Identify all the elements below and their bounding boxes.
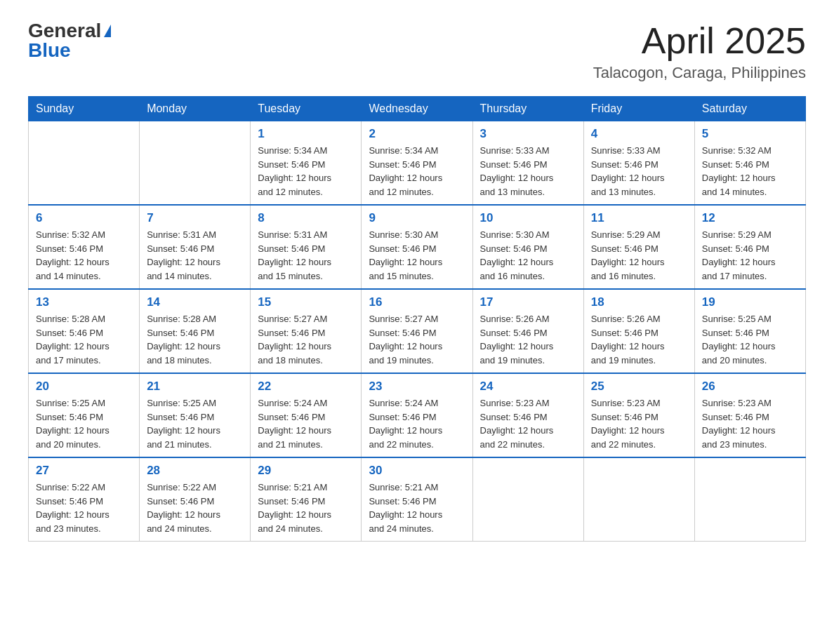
weekday-header-row: SundayMondayTuesdayWednesdayThursdayFrid… [29, 97, 806, 121]
day-number: 7 [147, 211, 243, 225]
day-number: 28 [147, 464, 243, 478]
calendar-cell: 21Sunrise: 5:25 AM Sunset: 5:46 PM Dayli… [140, 373, 251, 457]
calendar-cell: 17Sunrise: 5:26 AM Sunset: 5:46 PM Dayli… [472, 289, 583, 373]
day-number: 14 [147, 295, 243, 309]
calendar-cell: 3Sunrise: 5:33 AM Sunset: 5:46 PM Daylig… [472, 121, 583, 206]
calendar-cell: 9Sunrise: 5:30 AM Sunset: 5:46 PM Daylig… [362, 205, 472, 289]
day-number: 12 [702, 211, 798, 225]
day-info: Sunrise: 5:21 AM Sunset: 5:46 PM Dayligh… [258, 481, 354, 535]
day-number: 18 [591, 295, 687, 309]
calendar-cell: 22Sunrise: 5:24 AM Sunset: 5:46 PM Dayli… [251, 373, 362, 457]
calendar-cell: 18Sunrise: 5:26 AM Sunset: 5:46 PM Dayli… [583, 289, 694, 373]
week-row-5: 27Sunrise: 5:22 AM Sunset: 5:46 PM Dayli… [29, 457, 806, 542]
day-info: Sunrise: 5:33 AM Sunset: 5:46 PM Dayligh… [591, 144, 687, 199]
day-number: 2 [369, 127, 465, 141]
calendar-cell: 24Sunrise: 5:23 AM Sunset: 5:46 PM Dayli… [472, 373, 583, 457]
month-title: April 2025 [593, 21, 806, 61]
day-info: Sunrise: 5:25 AM Sunset: 5:46 PM Dayligh… [147, 396, 243, 451]
day-info: Sunrise: 5:22 AM Sunset: 5:46 PM Dayligh… [36, 481, 132, 535]
day-number: 1 [258, 127, 354, 141]
day-info: Sunrise: 5:23 AM Sunset: 5:46 PM Dayligh… [702, 396, 798, 451]
day-number: 13 [36, 295, 132, 309]
day-info: Sunrise: 5:22 AM Sunset: 5:46 PM Dayligh… [147, 481, 243, 535]
day-number: 26 [702, 380, 798, 394]
day-number: 8 [258, 211, 354, 225]
day-info: Sunrise: 5:23 AM Sunset: 5:46 PM Dayligh… [591, 396, 687, 451]
calendar-cell: 6Sunrise: 5:32 AM Sunset: 5:46 PM Daylig… [29, 205, 140, 289]
day-number: 17 [480, 295, 576, 309]
day-info: Sunrise: 5:23 AM Sunset: 5:46 PM Dayligh… [480, 396, 576, 451]
weekday-header-tuesday: Tuesday [251, 97, 362, 121]
calendar-cell: 11Sunrise: 5:29 AM Sunset: 5:46 PM Dayli… [583, 205, 694, 289]
day-number: 30 [369, 464, 465, 478]
day-info: Sunrise: 5:34 AM Sunset: 5:46 PM Dayligh… [258, 144, 354, 199]
weekday-header-thursday: Thursday [472, 97, 583, 121]
day-info: Sunrise: 5:25 AM Sunset: 5:46 PM Dayligh… [702, 312, 798, 367]
logo-general-text: General [28, 21, 101, 41]
calendar-cell: 12Sunrise: 5:29 AM Sunset: 5:46 PM Dayli… [694, 205, 805, 289]
day-info: Sunrise: 5:30 AM Sunset: 5:46 PM Dayligh… [369, 228, 465, 283]
day-info: Sunrise: 5:31 AM Sunset: 5:46 PM Dayligh… [258, 228, 354, 283]
day-number: 22 [258, 380, 354, 394]
day-number: 23 [369, 380, 465, 394]
day-info: Sunrise: 5:21 AM Sunset: 5:46 PM Dayligh… [369, 481, 465, 535]
title-block: April 2025 Talacogon, Caraga, Philippine… [593, 21, 806, 82]
calendar-cell: 2Sunrise: 5:34 AM Sunset: 5:46 PM Daylig… [362, 121, 472, 206]
day-number: 4 [591, 127, 687, 141]
calendar-cell [140, 121, 251, 206]
calendar-cell: 28Sunrise: 5:22 AM Sunset: 5:46 PM Dayli… [140, 457, 251, 542]
weekday-header-friday: Friday [583, 97, 694, 121]
day-number: 16 [369, 295, 465, 309]
day-info: Sunrise: 5:32 AM Sunset: 5:46 PM Dayligh… [702, 144, 798, 199]
logo-triangle-icon [104, 25, 111, 37]
day-info: Sunrise: 5:32 AM Sunset: 5:46 PM Dayligh… [36, 228, 132, 283]
day-info: Sunrise: 5:24 AM Sunset: 5:46 PM Dayligh… [258, 396, 354, 451]
week-row-1: 1Sunrise: 5:34 AM Sunset: 5:46 PM Daylig… [29, 121, 806, 206]
day-info: Sunrise: 5:29 AM Sunset: 5:46 PM Dayligh… [702, 228, 798, 283]
calendar-cell: 8Sunrise: 5:31 AM Sunset: 5:46 PM Daylig… [251, 205, 362, 289]
calendar-cell: 15Sunrise: 5:27 AM Sunset: 5:46 PM Dayli… [251, 289, 362, 373]
day-number: 27 [36, 464, 132, 478]
day-number: 25 [591, 380, 687, 394]
calendar-cell: 25Sunrise: 5:23 AM Sunset: 5:46 PM Dayli… [583, 373, 694, 457]
weekday-header-saturday: Saturday [694, 97, 805, 121]
weekday-header-wednesday: Wednesday [362, 97, 472, 121]
calendar-cell: 1Sunrise: 5:34 AM Sunset: 5:46 PM Daylig… [251, 121, 362, 206]
calendar-cell [29, 121, 140, 206]
day-info: Sunrise: 5:27 AM Sunset: 5:46 PM Dayligh… [369, 312, 465, 367]
day-info: Sunrise: 5:34 AM Sunset: 5:46 PM Dayligh… [369, 144, 465, 199]
day-number: 5 [702, 127, 798, 141]
day-info: Sunrise: 5:28 AM Sunset: 5:46 PM Dayligh… [147, 312, 243, 367]
calendar-cell: 19Sunrise: 5:25 AM Sunset: 5:46 PM Dayli… [694, 289, 805, 373]
calendar-cell [694, 457, 805, 542]
day-info: Sunrise: 5:25 AM Sunset: 5:46 PM Dayligh… [36, 396, 132, 451]
day-info: Sunrise: 5:30 AM Sunset: 5:46 PM Dayligh… [480, 228, 576, 283]
week-row-4: 20Sunrise: 5:25 AM Sunset: 5:46 PM Dayli… [29, 373, 806, 457]
logo-blue-text: Blue [28, 41, 71, 60]
day-info: Sunrise: 5:26 AM Sunset: 5:46 PM Dayligh… [591, 312, 687, 367]
week-row-3: 13Sunrise: 5:28 AM Sunset: 5:46 PM Dayli… [29, 289, 806, 373]
calendar-cell: 16Sunrise: 5:27 AM Sunset: 5:46 PM Dayli… [362, 289, 472, 373]
calendar-cell: 26Sunrise: 5:23 AM Sunset: 5:46 PM Dayli… [694, 373, 805, 457]
calendar-cell: 30Sunrise: 5:21 AM Sunset: 5:46 PM Dayli… [362, 457, 472, 542]
calendar-cell [472, 457, 583, 542]
day-number: 9 [369, 211, 465, 225]
day-number: 29 [258, 464, 354, 478]
day-number: 6 [36, 211, 132, 225]
page-header: General Blue April 2025 Talacogon, Carag… [28, 21, 806, 82]
calendar-cell: 10Sunrise: 5:30 AM Sunset: 5:46 PM Dayli… [472, 205, 583, 289]
day-number: 21 [147, 380, 243, 394]
weekday-header-sunday: Sunday [29, 97, 140, 121]
calendar-cell: 27Sunrise: 5:22 AM Sunset: 5:46 PM Dayli… [29, 457, 140, 542]
day-number: 11 [591, 211, 687, 225]
day-info: Sunrise: 5:24 AM Sunset: 5:46 PM Dayligh… [369, 396, 465, 451]
calendar-cell: 14Sunrise: 5:28 AM Sunset: 5:46 PM Dayli… [140, 289, 251, 373]
calendar-cell: 7Sunrise: 5:31 AM Sunset: 5:46 PM Daylig… [140, 205, 251, 289]
day-info: Sunrise: 5:31 AM Sunset: 5:46 PM Dayligh… [147, 228, 243, 283]
weekday-header-monday: Monday [140, 97, 251, 121]
calendar-cell: 5Sunrise: 5:32 AM Sunset: 5:46 PM Daylig… [694, 121, 805, 206]
location-title: Talacogon, Caraga, Philippines [593, 64, 806, 82]
calendar-cell: 20Sunrise: 5:25 AM Sunset: 5:46 PM Dayli… [29, 373, 140, 457]
calendar-cell [583, 457, 694, 542]
day-number: 24 [480, 380, 576, 394]
